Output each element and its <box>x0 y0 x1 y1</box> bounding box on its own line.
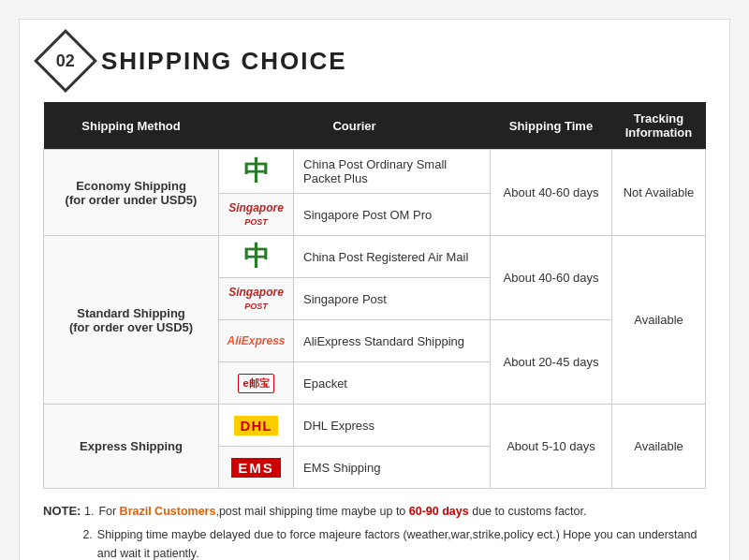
col-tracking: TrackingInformation <box>612 102 706 150</box>
courier-name-3: China Post Registered Air Mail <box>294 236 491 278</box>
china-post-logo-1: 中 <box>219 150 294 194</box>
economy-tracking: Not Available <box>612 150 706 236</box>
note-number-2: 2. <box>82 525 92 560</box>
singapore-post-icon-1: SingaporePOST <box>228 201 284 228</box>
courier-name-5: AliExpress Standard Shipping <box>294 320 491 362</box>
china-post-icon: 中 <box>243 158 270 184</box>
note-section: NOTE: 1. For Brazil Customers,post mail … <box>43 502 706 560</box>
standard-ship-time-1: About 40-60 days <box>491 236 612 320</box>
dhl-logo: DHL <box>219 405 294 447</box>
step-badge: 02 <box>34 29 97 93</box>
epacket-icon: e邮宝 <box>238 374 273 393</box>
col-time: Shipping Time <box>491 102 612 150</box>
note-label: NOTE: <box>43 502 81 522</box>
ems-icon: EMS <box>231 458 281 478</box>
epacket-logo: e邮宝 <box>219 362 294 405</box>
courier-name-7: DHL Express <box>294 405 491 447</box>
note-text-2: Shipping time maybe delayed due to force… <box>97 525 706 560</box>
courier-name-1: China Post Ordinary Small Packet Plus <box>294 150 491 194</box>
express-row-1: Express Shipping DHL DHL Express About 5… <box>44 405 706 447</box>
brazil-highlight: Brazil Customers <box>120 505 216 518</box>
badge-number: 02 <box>56 52 75 71</box>
courier-name-6: Epacket <box>294 362 491 405</box>
shipping-table: Shipping Method Courier Shipping Time Tr… <box>43 102 706 489</box>
singapore-post-icon-2: SingaporePOST <box>228 286 284 312</box>
page-container: 02 SHIPPING CHOICE Shipping Method Couri… <box>19 19 730 560</box>
page-title: SHIPPING CHOICE <box>101 47 347 76</box>
standard-method: Standard Shipping(for order over USD5) <box>44 236 219 405</box>
col-method: Shipping Method <box>44 102 219 150</box>
note-item-2: NOTE: 2. Shipping time maybe delayed due… <box>43 525 706 560</box>
days-highlight: 60-90 days <box>409 505 469 518</box>
express-ship-time: About 5-10 days <box>491 405 612 489</box>
note-item-1: NOTE: 1. For Brazil Customers,post mail … <box>43 502 706 522</box>
courier-name-8: EMS Shipping <box>294 447 491 489</box>
aliexpress-icon: AliExpress <box>227 334 285 347</box>
dhl-icon: DHL <box>234 416 279 435</box>
economy-row-1: Economy Shipping(for order under USD5) 中… <box>44 150 706 194</box>
aliexpress-logo: AliExpress <box>219 320 294 362</box>
singapore-post-logo-1: SingaporePOST <box>219 194 294 236</box>
express-tracking: Available <box>612 405 706 489</box>
standard-tracking: Available <box>612 236 706 405</box>
china-post-logo-2: 中 <box>219 236 294 278</box>
economy-method: Economy Shipping(for order under USD5) <box>44 150 219 236</box>
standard-row-1: Standard Shipping(for order over USD5) 中… <box>44 236 706 278</box>
header: 02 SHIPPING CHOICE <box>43 38 706 83</box>
col-courier: Courier <box>219 102 491 150</box>
economy-ship-time: About 40-60 days <box>491 150 612 236</box>
express-method: Express Shipping <box>44 405 219 489</box>
courier-name-2: Singapore Post OM Pro <box>294 194 491 236</box>
standard-ship-time-2: About 20-45 days <box>491 320 612 405</box>
singapore-post-logo-2: SingaporePOST <box>219 278 294 320</box>
note-number-1: 1. <box>84 502 94 522</box>
china-post-icon-2: 中 <box>243 243 270 270</box>
ems-logo: EMS <box>219 447 294 489</box>
courier-name-4: Singapore Post <box>294 278 491 320</box>
note-text-1: For Brazil Customers,post mail shipping … <box>98 502 586 522</box>
